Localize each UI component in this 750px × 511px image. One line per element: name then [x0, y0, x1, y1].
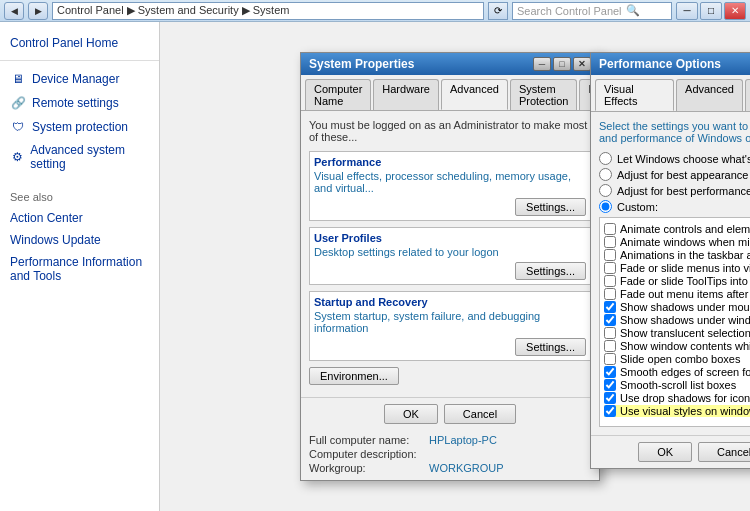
- sys-props-tabs: Computer Name Hardware Advanced System P…: [301, 75, 599, 111]
- performance-desc: Visual effects, processor scheduling, me…: [314, 170, 586, 194]
- checkbox-label-2: Animations in the taskbar and Start Menu: [620, 249, 750, 261]
- userprofiles-desc: Desktop settings related to your logon: [314, 246, 586, 258]
- tab-system-protection[interactable]: System Protection: [510, 79, 578, 110]
- performance-label: Performance: [314, 156, 586, 168]
- environment-button[interactable]: Environmen...: [309, 367, 399, 385]
- radio-custom-input[interactable]: [599, 200, 612, 213]
- radio-best-appearance-label: Adjust for best appearance: [617, 169, 748, 181]
- performance-options-dialog: Performance Options ✕ Visual Effects Adv…: [590, 52, 750, 469]
- perf-description: Select the settings you want to use for …: [599, 120, 750, 144]
- system-protection-icon: 🛡: [10, 119, 26, 135]
- checkbox-row: Show shadows under mouse pointer: [604, 301, 750, 313]
- sidebar-item-device-manager[interactable]: 🖥 Device Manager: [0, 67, 159, 91]
- radio-custom[interactable]: Custom:: [599, 200, 750, 213]
- startup-section: Startup and Recovery System startup, sys…: [309, 291, 591, 361]
- checkbox-row: Fade out menu items after clicking: [604, 288, 750, 300]
- sidebar-item-advanced-settings[interactable]: ⚙ Advanced system setting: [0, 139, 159, 175]
- sys-props-cancel-button[interactable]: Cancel: [444, 404, 516, 424]
- checkbox-row: Fade or slide menus into view: [604, 262, 750, 274]
- checkbox-input-5[interactable]: [604, 288, 616, 300]
- sys-props-close[interactable]: ✕: [573, 57, 591, 71]
- sidebar-item-remote-settings[interactable]: 🔗 Remote settings: [0, 91, 159, 115]
- maximize-button[interactable]: □: [700, 2, 722, 20]
- checkbox-input-7[interactable]: [604, 314, 616, 326]
- userprofiles-settings-button[interactable]: Settings...: [515, 262, 586, 280]
- sys-props-maximize[interactable]: □: [553, 57, 571, 71]
- window-controls: ─ □ ✕: [676, 2, 746, 20]
- sidebar: Control Panel Home 🖥 Device Manager 🔗 Re…: [0, 22, 160, 511]
- address-bar[interactable]: Control Panel ▶ System and Security ▶ Sy…: [52, 2, 484, 20]
- remote-settings-icon: 🔗: [10, 95, 26, 111]
- checkbox-input-10[interactable]: [604, 353, 616, 365]
- checkbox-input-0[interactable]: [604, 223, 616, 235]
- checkbox-label-13: Use drop shadows for icon labels on the …: [620, 392, 750, 404]
- title-bar: ◀ ▶ Control Panel ▶ System and Security …: [0, 0, 750, 22]
- checkbox-label-11: Smooth edges of screen fonts: [620, 366, 750, 378]
- sys-props-body: You must be logged on as an Administrato…: [301, 111, 599, 397]
- sidebar-item-action-center[interactable]: Action Center: [0, 207, 159, 229]
- action-center-label: Action Center: [10, 211, 83, 225]
- startup-settings-button[interactable]: Settings...: [515, 338, 586, 356]
- performance-section: Performance Visual effects, processor sc…: [309, 151, 591, 221]
- sidebar-item-label-device-manager: Device Manager: [32, 72, 119, 86]
- refresh-button[interactable]: ⟳: [488, 2, 508, 20]
- performance-info-label: Performance Information and Tools: [10, 255, 149, 283]
- radio-windows-choose[interactable]: Let Windows choose what's best for my co…: [599, 152, 750, 165]
- sys-props-title: System Properties: [309, 57, 414, 71]
- tab-advanced[interactable]: Advanced: [441, 79, 508, 110]
- checkbox-input-3[interactable]: [604, 262, 616, 274]
- checkbox-row: Slide open combo boxes: [604, 353, 750, 365]
- checkbox-label-5: Fade out menu items after clicking: [620, 288, 750, 300]
- checkbox-input-9[interactable]: [604, 340, 616, 352]
- radio-windows-choose-input[interactable]: [599, 152, 612, 165]
- tab-advanced-perf[interactable]: Advanced: [676, 79, 743, 111]
- checkbox-input-13[interactable]: [604, 392, 616, 404]
- radio-best-performance-input[interactable]: [599, 184, 612, 197]
- radio-best-appearance-input[interactable]: [599, 168, 612, 181]
- back-button[interactable]: ◀: [4, 2, 24, 20]
- sidebar-item-windows-update[interactable]: Windows Update: [0, 229, 159, 251]
- sidebar-header: Control Panel Home: [0, 30, 159, 61]
- sidebar-item-system-protection[interactable]: 🛡 System protection: [0, 115, 159, 139]
- checkbox-input-1[interactable]: [604, 236, 616, 248]
- minimize-button[interactable]: ─: [676, 2, 698, 20]
- checkbox-label-4: Fade or slide ToolTips into view: [620, 275, 750, 287]
- checkbox-label-1: Animate windows when minimizing and maxi…: [620, 236, 750, 248]
- tab-dep[interactable]: Data Execution Prevention: [745, 79, 750, 111]
- checkbox-input-14[interactable]: [604, 405, 616, 417]
- see-also-section: See also Action Center Windows Update Pe…: [0, 187, 159, 287]
- checkbox-input-12[interactable]: [604, 379, 616, 391]
- checkbox-input-6[interactable]: [604, 301, 616, 313]
- workgroup-value: WORKGROUP: [429, 462, 504, 474]
- close-button[interactable]: ✕: [724, 2, 746, 20]
- sidebar-item-performance-info[interactable]: Performance Information and Tools: [0, 251, 159, 287]
- search-bar[interactable]: Search Control Panel 🔍: [512, 2, 672, 20]
- sidebar-header-label: Control Panel Home: [10, 36, 118, 50]
- perf-title-bar: Performance Options ✕: [591, 53, 750, 75]
- checkbox-input-8[interactable]: [604, 327, 616, 339]
- radio-best-performance[interactable]: Adjust for best performance: [599, 184, 750, 197]
- perf-cancel-button[interactable]: Cancel: [698, 442, 750, 462]
- radio-group: Let Windows choose what's best for my co…: [599, 152, 750, 213]
- sys-props-footer: OK Cancel: [301, 397, 599, 430]
- tab-visual-effects[interactable]: Visual Effects: [595, 79, 674, 111]
- checkbox-row: Animations in the taskbar and Start Menu: [604, 249, 750, 261]
- checkbox-input-4[interactable]: [604, 275, 616, 287]
- checkbox-row: Use visual styles on windows and buttons: [604, 405, 750, 417]
- checkbox-row: Animate windows when minimizing and maxi…: [604, 236, 750, 248]
- address-text: Control Panel ▶ System and Security ▶ Sy…: [57, 4, 289, 17]
- perf-ok-button[interactable]: OK: [638, 442, 692, 462]
- checkbox-input-11[interactable]: [604, 366, 616, 378]
- radio-best-appearance[interactable]: Adjust for best appearance: [599, 168, 750, 181]
- tab-hardware[interactable]: Hardware: [373, 79, 439, 110]
- checkbox-row: Show window contents while dragging: [604, 340, 750, 352]
- performance-settings-button[interactable]: Settings...: [515, 198, 586, 216]
- radio-custom-label: Custom:: [617, 201, 658, 213]
- sys-props-ok-button[interactable]: OK: [384, 404, 438, 424]
- forward-button[interactable]: ▶: [28, 2, 48, 20]
- sys-props-minimize[interactable]: ─: [533, 57, 551, 71]
- tab-computer-name[interactable]: Computer Name: [305, 79, 371, 110]
- sys-props-note: You must be logged on as an Administrato…: [309, 119, 591, 143]
- windows-update-label: Windows Update: [10, 233, 101, 247]
- checkbox-input-2[interactable]: [604, 249, 616, 261]
